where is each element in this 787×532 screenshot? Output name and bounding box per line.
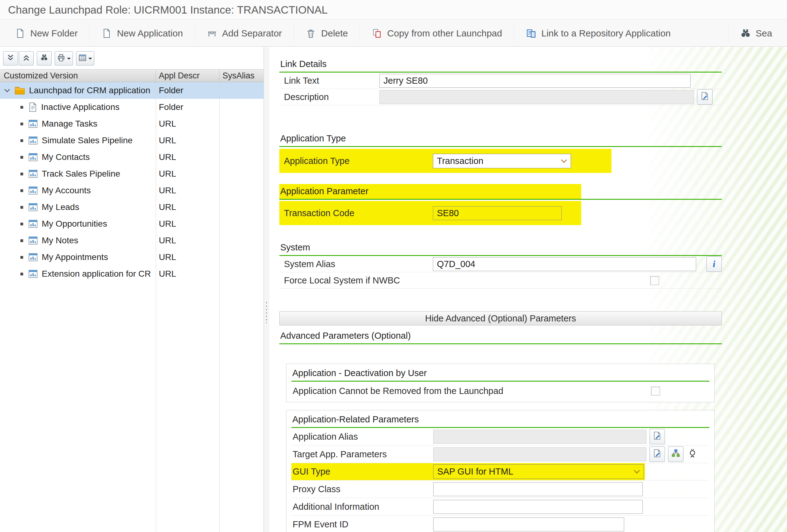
tree-row[interactable]: Simulate Sales Pipeline URL [0, 132, 263, 149]
force-local-checkbox[interactable] [650, 276, 659, 285]
hide-advanced-parameters-button[interactable]: Hide Advanced (Optional) Parameters [279, 311, 722, 326]
expand-all-button[interactable] [19, 51, 34, 65]
tree-row-type: URL [156, 152, 219, 162]
gui-type-select[interactable]: SAP GUI for HTML [433, 464, 644, 479]
bullet-icon [20, 239, 23, 242]
tree-column-header-sysalias[interactable]: SysAlias [219, 69, 263, 82]
cannot-remove-checkbox[interactable] [651, 386, 660, 396]
application-alias-input[interactable] [433, 430, 646, 444]
edit-text-icon [653, 449, 662, 460]
tree-column-header-appl-descr[interactable]: Appl Descr [156, 69, 219, 82]
application-icon [28, 203, 38, 212]
system-alias-input[interactable] [433, 257, 696, 271]
layout-button[interactable] [76, 51, 94, 65]
description-input[interactable] [379, 90, 694, 104]
expand-toggle-icon[interactable] [0, 89, 14, 93]
new-application-button[interactable]: New Application [89, 24, 194, 43]
new-folder-button[interactable]: New Folder [3, 24, 89, 43]
collapse-all-icon [6, 54, 15, 63]
fpm-event-id-input[interactable] [433, 517, 624, 531]
link-text-row: Link Text [279, 72, 722, 89]
panel-splitter[interactable] [263, 47, 270, 532]
layout-icon [78, 53, 87, 63]
bullet-icon [20, 123, 23, 125]
tree-row-type: URL [156, 185, 219, 196]
section-system: System System Alias i Force Local System… [279, 240, 722, 289]
tree-row[interactable]: My Accounts URL [0, 182, 263, 199]
tree-row-type: URL [156, 219, 219, 229]
value-help-button[interactable] [688, 448, 697, 461]
target-app-parameters-input[interactable] [433, 447, 646, 461]
tree-row[interactable]: Manage Tasks URL [0, 115, 263, 132]
description-row: Description [279, 89, 722, 105]
parameter-hierarchy-button[interactable] [668, 446, 683, 462]
system-alias-label: System Alias [279, 259, 433, 269]
transaction-code-input[interactable] [433, 206, 562, 220]
link-repository-button[interactable]: Link to a Repository Application [514, 24, 683, 43]
proxy-class-input[interactable] [433, 482, 643, 496]
tree-row[interactable]: My Leads URL [0, 199, 263, 216]
bullet-icon [20, 139, 23, 142]
tree-row[interactable]: Launchpad for CRM application Folder [0, 82, 263, 99]
additional-information-label: Additional Information [291, 502, 433, 512]
collapse-all-button[interactable] [3, 51, 18, 65]
bullet-icon [20, 189, 23, 192]
application-icon [28, 236, 38, 245]
additional-information-input[interactable] [433, 500, 643, 514]
application-type-select[interactable]: Transaction [433, 154, 571, 168]
tree-row[interactable]: My Notes URL [0, 232, 263, 249]
new-application-label: New Application [117, 28, 183, 39]
search-label: Sea [756, 28, 772, 39]
detail-panel: Link Details Link Text Description Appli… [270, 47, 787, 532]
fpm-event-id-row: FPM Event ID [291, 516, 709, 532]
proxy-class-row: Proxy Class [291, 481, 709, 498]
hierarchy-icon [671, 449, 680, 460]
copy-from-launchpad-button[interactable]: Copy from other Launchpad [360, 24, 514, 43]
layout-dropdown-arrow-icon [88, 58, 92, 62]
application-type-row: Application Type Transaction [279, 149, 612, 173]
link-text-input[interactable] [379, 74, 690, 88]
related-parameters-group-box: Application-Related Parameters Applicati… [286, 410, 715, 532]
bullet-icon [20, 206, 23, 209]
tree-row[interactable]: My Opportunities URL [0, 216, 263, 232]
section-title-deactivation: Application - Deactivation by User [291, 367, 709, 382]
application-icon [28, 136, 38, 145]
transaction-code-row: Transaction Code [279, 201, 581, 225]
tree-row-type: URL [156, 136, 219, 146]
target-app-parameters-edit-button[interactable] [650, 446, 665, 462]
new-folder-label: New Folder [30, 28, 78, 39]
tree-row[interactable]: My Appointments URL [0, 249, 263, 266]
add-separator-icon [207, 28, 217, 39]
tree-row[interactable]: My Contacts URL [0, 149, 263, 165]
link-repository-label: Link to a Repository Application [541, 28, 671, 39]
system-alias-info-button[interactable]: i [706, 256, 722, 272]
search-button[interactable]: Sea [728, 24, 784, 43]
tree-column-header-customized-version[interactable]: Customized Version [0, 69, 156, 82]
proxy-class-label: Proxy Class [291, 484, 433, 494]
splitter-grip-icon [265, 301, 268, 323]
print-button[interactable] [55, 51, 73, 65]
section-application-parameter: Application Parameter Transaction Code [279, 184, 722, 225]
description-edit-button[interactable] [697, 89, 712, 105]
tree-row-label: Inactive Applications [41, 102, 120, 112]
find-button[interactable] [37, 51, 51, 65]
bullet-icon [20, 106, 23, 109]
application-type-label: Application Type [279, 156, 433, 166]
add-separator-button[interactable]: Add Separator [195, 24, 294, 43]
copy-from-launchpad-label: Copy from other Launchpad [387, 28, 502, 39]
tree-row-label: My Contacts [42, 152, 90, 162]
cannot-remove-row: Application Cannot be Removed from the L… [291, 382, 709, 400]
main-toolbar: New Folder New Application Add Separator… [0, 20, 787, 47]
application-icon [28, 252, 38, 262]
search-icon [740, 28, 751, 39]
value-help-icon [688, 448, 697, 461]
tree-row[interactable]: Track Sales Pipeline URL [0, 165, 263, 182]
target-app-parameters-label: Target App. Parameters [291, 449, 433, 460]
application-alias-edit-button[interactable] [650, 429, 665, 444]
tree-row[interactable]: Inactive Applications Folder [0, 99, 263, 115]
gui-type-label: GUI Type [291, 467, 433, 477]
delete-button[interactable]: Delete [294, 24, 360, 43]
tree-row[interactable]: Extension application for CR URL [0, 266, 263, 282]
target-app-parameters-row: Target App. Parameters [291, 446, 709, 463]
bullet-icon [20, 156, 23, 159]
